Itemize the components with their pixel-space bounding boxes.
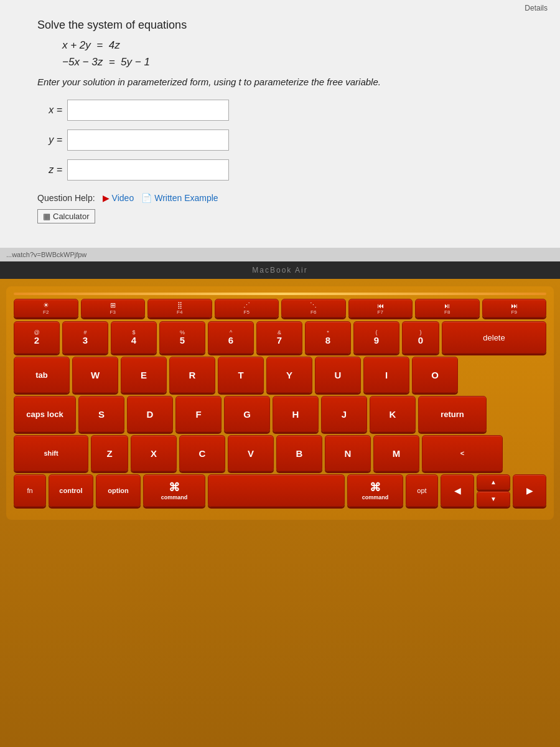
key-u[interactable]: U [315,357,361,393]
key-option-l[interactable]: option [96,474,141,507]
key-option-r[interactable]: opt [406,474,438,507]
key-caps[interactable]: caps lock [14,396,76,432]
key-h[interactable]: H [273,396,319,432]
page-content: Details Solve the system of equations x … [0,0,560,261]
details-link[interactable]: Details [525,4,548,12]
calculator-row: ▦ Calculator [37,209,523,223]
enter-label: return [441,410,464,419]
key-t[interactable]: T [218,357,264,393]
key-rshift[interactable]: < [422,435,503,471]
key-arrow-up[interactable]: ▲ [477,474,510,490]
key-arrow-left[interactable]: ◀ [441,474,474,507]
key-5[interactable]: % 5 [159,321,205,354]
key-lshift[interactable]: shift [14,435,88,471]
key-f3[interactable]: ⊞ F3 [81,299,146,317]
key-enter[interactable]: return [418,396,487,432]
key-cmd-r[interactable]: ⌘ command [347,474,403,507]
macbook-label: MacBook Air [252,266,307,275]
caps-label: caps lock [26,410,63,419]
keyboard-backlight-up-icon: ⋱ [310,301,317,309]
key-j[interactable]: J [321,396,367,432]
fn-row: ☀ F2 ⊞ F3 ⣿ F4 ⋰ F5 ⋱ F6 ⏮ F7 [14,299,546,317]
key-n[interactable]: N [325,435,371,471]
key-f9[interactable]: ⏭ F9 [482,299,547,317]
key-space[interactable] [208,474,345,507]
option-l-label: option [108,487,129,494]
key-9[interactable]: ( 9 [353,321,399,354]
key-w[interactable]: W [72,357,118,393]
delete-label: delete [483,333,505,342]
command-label: command [161,494,188,500]
key-f2[interactable]: ☀ F2 [14,299,78,317]
brightness-icon: ☀ [43,301,49,309]
equation-2: −5x − 3z = 5y − 1 [62,54,523,70]
video-link[interactable]: ▶ Video [103,193,134,203]
fn-label: fn [27,487,32,494]
problem-title: Solve the system of equations [37,19,523,32]
key-d[interactable]: D [127,396,173,432]
x-input-row: x = [37,100,523,121]
key-0[interactable]: ) 0 [402,321,439,354]
key-f6[interactable]: ⋱ F6 [281,299,346,317]
key-tab[interactable]: tab [14,357,70,393]
key-fn[interactable]: fn [14,474,46,507]
instruction-text: Enter your solution in parameterized for… [37,77,523,87]
key-e[interactable]: E [121,357,167,393]
key-f7[interactable]: ⏮ F7 [348,299,413,317]
key-c[interactable]: C [179,435,225,471]
key-z[interactable]: Z [91,435,128,471]
url-bar: ...watch?v=BWBckWPjfpw [0,248,560,261]
rewind-icon: ⏮ [377,302,384,309]
y-input[interactable] [67,129,229,151]
key-v[interactable]: V [228,435,274,471]
calculator-button[interactable]: ▦ Calculator [37,209,95,223]
key-g[interactable]: G [224,396,270,432]
key-s[interactable]: S [78,396,124,432]
key-8[interactable]: * 8 [305,321,351,354]
key-7[interactable]: & 7 [256,321,302,354]
keyboard-backlight-down-icon: ⋰ [243,301,250,309]
x-label: x = [37,105,62,116]
z-input-row: z = [37,159,523,181]
key-cmd-l[interactable]: ⌘ command [143,474,205,507]
key-m[interactable]: M [373,435,419,471]
arrow-up-down: ▲ ▼ [477,474,510,507]
key-f[interactable]: F [175,396,222,432]
qwerty-row: tab W E R T Y U I O [14,357,546,393]
key-4[interactable]: $ 4 [111,321,157,354]
key-f4[interactable]: ⣿ F4 [147,299,212,317]
z-label: z = [37,164,62,176]
arrow-down-icon: ▼ [490,496,497,502]
key-delete[interactable]: delete [442,321,546,354]
ctrl-label: control [59,487,82,494]
key-arrow-down[interactable]: ▼ [477,491,510,507]
key-k[interactable]: K [370,396,416,432]
bottom-row: fn control option ⌘ command ⌘ command op… [14,474,546,507]
key-o[interactable]: O [412,357,458,393]
key-2[interactable]: @ 2 [14,321,60,354]
key-arrow-right[interactable]: ▶ [513,474,546,507]
z-input[interactable] [67,159,229,181]
key-i[interactable]: I [363,357,409,393]
key-r[interactable]: R [169,357,215,393]
key-f8[interactable]: ⏯ F8 [415,299,480,317]
document-icon: 📄 [141,193,152,203]
written-example-link[interactable]: 📄 Written Example [141,193,218,203]
question-help: Question Help: ▶ Video 📄 Written Example [37,193,523,203]
y-label: y = [37,134,62,146]
option-r-label: opt [417,487,426,494]
key-ctrl[interactable]: control [49,474,93,507]
key-f5[interactable]: ⋰ F5 [215,299,279,317]
key-y[interactable]: Y [266,357,312,393]
zxcv-row: shift Z X C V B N M < [14,435,546,471]
x-input[interactable] [67,100,229,121]
command-r-label: command [362,494,389,500]
key-3[interactable]: # 3 [62,321,108,354]
key-x[interactable]: X [131,435,177,471]
arrow-up-icon: ▲ [490,479,497,486]
launchpad-icon: ⣿ [177,301,182,309]
key-6[interactable]: ^ 6 [208,321,254,354]
cmd-l-icon: ⌘ [169,481,180,494]
asdf-row: caps lock S D F G H J K [14,396,546,432]
key-b[interactable]: B [276,435,322,471]
